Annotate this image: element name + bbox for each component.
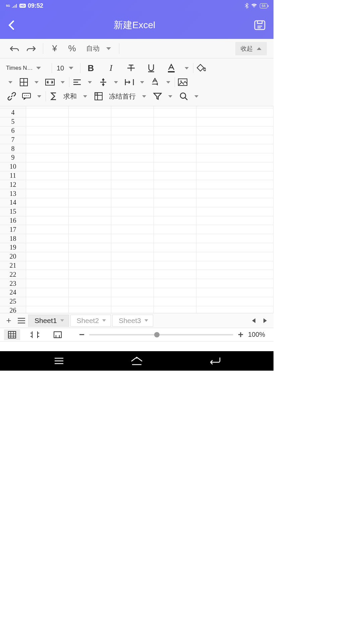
cell[interactable]: [111, 162, 154, 171]
row-header[interactable]: 13: [0, 189, 26, 198]
cell[interactable]: [111, 279, 154, 288]
zoom-out-button[interactable]: −: [79, 329, 84, 340]
table-row[interactable]: 25: [0, 297, 274, 306]
comment-dropdown[interactable]: [19, 90, 45, 102]
cell[interactable]: [111, 207, 154, 216]
row-header[interactable]: 5: [0, 117, 26, 126]
formula-bar[interactable]: [0, 341, 274, 351]
cell[interactable]: [111, 117, 154, 126]
cell[interactable]: [26, 288, 69, 297]
cell[interactable]: [69, 180, 111, 189]
cell[interactable]: [26, 261, 69, 270]
cell[interactable]: [196, 171, 274, 180]
cell[interactable]: [69, 207, 111, 216]
cell[interactable]: [196, 180, 274, 189]
table-row[interactable]: 19: [0, 243, 274, 252]
cell[interactable]: [69, 234, 111, 243]
cell[interactable]: [196, 270, 274, 279]
cell[interactable]: [196, 234, 274, 243]
table-row[interactable]: 4: [0, 108, 274, 117]
cell[interactable]: [69, 117, 111, 126]
cell[interactable]: [154, 180, 196, 189]
table-row[interactable]: 24: [0, 288, 274, 297]
row-header[interactable]: 6: [0, 126, 26, 135]
cell[interactable]: [26, 108, 69, 117]
cell[interactable]: [26, 243, 69, 252]
cell[interactable]: [69, 126, 111, 135]
cell[interactable]: [154, 261, 196, 270]
cell[interactable]: [196, 279, 274, 288]
cell[interactable]: [111, 108, 154, 117]
cell[interactable]: [26, 135, 69, 144]
row-header[interactable]: 21: [0, 261, 26, 270]
insert-image-button[interactable]: [176, 76, 190, 88]
zoom-slider[interactable]: [89, 334, 233, 335]
cell[interactable]: [154, 252, 196, 261]
sheet-scroll-right-button[interactable]: [263, 318, 267, 323]
autosum-dropdown[interactable]: 求和: [47, 90, 91, 102]
cell[interactable]: [154, 243, 196, 252]
cell[interactable]: [26, 216, 69, 225]
cell[interactable]: [111, 126, 154, 135]
cell[interactable]: [196, 225, 274, 234]
cell[interactable]: [26, 225, 69, 234]
cell[interactable]: [196, 198, 274, 207]
row-header[interactable]: 9: [0, 153, 26, 162]
cell[interactable]: [69, 144, 111, 153]
zoom-value[interactable]: 100%: [248, 331, 269, 338]
row-header[interactable]: 19: [0, 243, 26, 252]
cell[interactable]: [111, 306, 154, 313]
cell[interactable]: [26, 252, 69, 261]
cell[interactable]: [154, 306, 196, 313]
cell[interactable]: [26, 126, 69, 135]
collapse-toolbar-button[interactable]: 收起: [235, 42, 267, 55]
cell[interactable]: [154, 198, 196, 207]
save-button[interactable]: [254, 20, 265, 30]
font-color-dropdown[interactable]: [162, 62, 192, 74]
cell[interactable]: [69, 162, 111, 171]
undo-button[interactable]: [7, 42, 21, 55]
row-header[interactable]: 15: [0, 207, 26, 216]
currency-button[interactable]: ¥: [47, 42, 62, 55]
cell[interactable]: [154, 135, 196, 144]
cell[interactable]: [196, 117, 274, 126]
row-header[interactable]: 8: [0, 144, 26, 153]
cell[interactable]: [154, 153, 196, 162]
cell[interactable]: [154, 279, 196, 288]
cell[interactable]: [111, 171, 154, 180]
strikethrough-button[interactable]: [121, 62, 141, 74]
h-align-dropdown[interactable]: [70, 76, 96, 88]
row-header[interactable]: 18: [0, 234, 26, 243]
back-button[interactable]: [8, 20, 15, 31]
sheet-list-button[interactable]: [15, 315, 27, 327]
italic-button[interactable]: I: [101, 62, 121, 74]
table-row[interactable]: 18: [0, 234, 274, 243]
cell[interactable]: [26, 180, 69, 189]
table-row[interactable]: 26: [0, 306, 274, 313]
row-header[interactable]: 12: [0, 180, 26, 189]
cell[interactable]: [196, 243, 274, 252]
row-header[interactable]: 22: [0, 270, 26, 279]
cell[interactable]: [154, 216, 196, 225]
cell[interactable]: [69, 306, 111, 313]
table-row[interactable]: 22: [0, 270, 274, 279]
filter-dropdown[interactable]: [150, 90, 176, 102]
cell[interactable]: [196, 297, 274, 306]
table-row[interactable]: 12: [0, 180, 274, 189]
cell[interactable]: [111, 135, 154, 144]
cell[interactable]: [154, 234, 196, 243]
table-row[interactable]: 21: [0, 261, 274, 270]
cell[interactable]: [111, 234, 154, 243]
table-row[interactable]: 14: [0, 198, 274, 207]
font-family-dropdown[interactable]: Times N…: [5, 65, 51, 71]
text-rotation-dropdown[interactable]: [148, 76, 174, 88]
cell[interactable]: [111, 189, 154, 198]
percent-button[interactable]: %: [65, 42, 79, 55]
wrap-text-dropdown[interactable]: [122, 76, 148, 88]
cell[interactable]: [26, 306, 69, 313]
table-row[interactable]: 16: [0, 216, 274, 225]
cell[interactable]: [196, 135, 274, 144]
row-header[interactable]: 26: [0, 306, 26, 313]
cell[interactable]: [69, 216, 111, 225]
table-row[interactable]: 8: [0, 144, 274, 153]
